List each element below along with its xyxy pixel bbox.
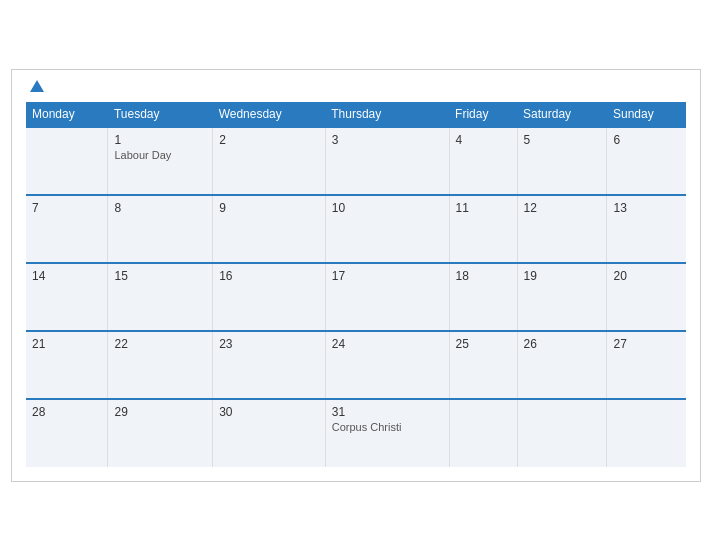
calendar-cell: 3 [325, 127, 449, 195]
day-number: 8 [114, 201, 206, 215]
calendar-cell [517, 399, 607, 467]
day-number: 26 [524, 337, 601, 351]
weekday-header-thursday: Thursday [325, 102, 449, 127]
calendar-cell: 2 [213, 127, 326, 195]
day-number: 9 [219, 201, 319, 215]
calendar-cell [26, 127, 108, 195]
day-number: 13 [613, 201, 680, 215]
day-number: 16 [219, 269, 319, 283]
calendar-table: MondayTuesdayWednesdayThursdayFridaySatu… [26, 102, 686, 467]
day-number: 24 [332, 337, 443, 351]
calendar-header [26, 80, 686, 92]
weekday-header-saturday: Saturday [517, 102, 607, 127]
calendar-cell: 23 [213, 331, 326, 399]
calendar-cell: 13 [607, 195, 686, 263]
week-row-2: 78910111213 [26, 195, 686, 263]
logo-triangle-icon [30, 80, 44, 92]
calendar-cell: 16 [213, 263, 326, 331]
day-number: 12 [524, 201, 601, 215]
weekday-header-tuesday: Tuesday [108, 102, 213, 127]
day-number: 10 [332, 201, 443, 215]
week-row-1: 1Labour Day23456 [26, 127, 686, 195]
calendar-cell: 4 [449, 127, 517, 195]
calendar-cell: 20 [607, 263, 686, 331]
calendar-cell: 7 [26, 195, 108, 263]
day-number: 7 [32, 201, 101, 215]
calendar-cell: 15 [108, 263, 213, 331]
weekday-header-sunday: Sunday [607, 102, 686, 127]
calendar-cell: 10 [325, 195, 449, 263]
day-number: 14 [32, 269, 101, 283]
day-number: 4 [456, 133, 511, 147]
day-number: 22 [114, 337, 206, 351]
day-number: 1 [114, 133, 206, 147]
weekday-header-monday: Monday [26, 102, 108, 127]
calendar-cell: 19 [517, 263, 607, 331]
day-number: 31 [332, 405, 443, 419]
calendar-cell: 1Labour Day [108, 127, 213, 195]
day-number: 2 [219, 133, 319, 147]
logo [26, 80, 44, 92]
calendar-cell: 21 [26, 331, 108, 399]
day-number: 11 [456, 201, 511, 215]
calendar-cell [607, 399, 686, 467]
week-row-4: 21222324252627 [26, 331, 686, 399]
calendar-cell: 18 [449, 263, 517, 331]
calendar-cell: 17 [325, 263, 449, 331]
calendar-cell: 31Corpus Christi [325, 399, 449, 467]
day-number: 6 [613, 133, 680, 147]
calendar-cell: 26 [517, 331, 607, 399]
day-number: 15 [114, 269, 206, 283]
day-number: 3 [332, 133, 443, 147]
day-number: 29 [114, 405, 206, 419]
day-number: 18 [456, 269, 511, 283]
calendar-container: MondayTuesdayWednesdayThursdayFridaySatu… [11, 69, 701, 482]
holiday-name: Corpus Christi [332, 421, 443, 433]
calendar-cell: 22 [108, 331, 213, 399]
day-number: 28 [32, 405, 101, 419]
holiday-name: Labour Day [114, 149, 206, 161]
calendar-cell: 27 [607, 331, 686, 399]
calendar-cell: 11 [449, 195, 517, 263]
day-number: 30 [219, 405, 319, 419]
calendar-cell: 14 [26, 263, 108, 331]
weekday-header-friday: Friday [449, 102, 517, 127]
day-number: 23 [219, 337, 319, 351]
calendar-cell: 30 [213, 399, 326, 467]
day-number: 17 [332, 269, 443, 283]
weekday-header-row: MondayTuesdayWednesdayThursdayFridaySatu… [26, 102, 686, 127]
week-row-5: 28293031Corpus Christi [26, 399, 686, 467]
calendar-cell: 8 [108, 195, 213, 263]
calendar-cell: 28 [26, 399, 108, 467]
weekday-header-wednesday: Wednesday [213, 102, 326, 127]
calendar-cell: 25 [449, 331, 517, 399]
calendar-cell: 5 [517, 127, 607, 195]
day-number: 21 [32, 337, 101, 351]
calendar-cell: 29 [108, 399, 213, 467]
calendar-cell: 6 [607, 127, 686, 195]
calendar-cell [449, 399, 517, 467]
day-number: 27 [613, 337, 680, 351]
week-row-3: 14151617181920 [26, 263, 686, 331]
day-number: 19 [524, 269, 601, 283]
day-number: 20 [613, 269, 680, 283]
day-number: 25 [456, 337, 511, 351]
calendar-cell: 24 [325, 331, 449, 399]
calendar-cell: 12 [517, 195, 607, 263]
calendar-cell: 9 [213, 195, 326, 263]
day-number: 5 [524, 133, 601, 147]
